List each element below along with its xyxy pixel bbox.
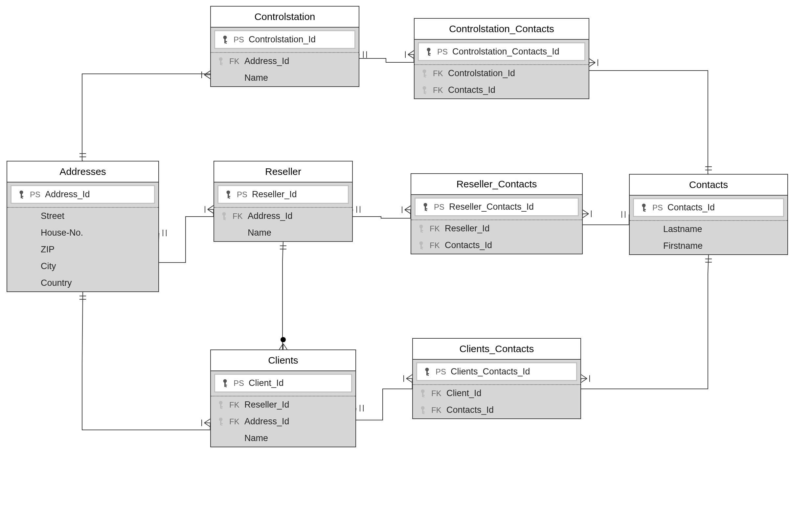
relationship-line [588,63,708,174]
entity-row: PSReseller_Contacts_Id [415,198,579,216]
key-tag: PS [234,379,245,388]
entity-clients[interactable]: ClientsPSClient_IdFKReseller_IdFKAddress… [210,349,356,447]
entity-row: FKAddress_Id [211,413,355,430]
svg-rect-126 [423,395,425,396]
entity-reseller[interactable]: ResellerPSReseller_IdFKAddress_IdName [214,161,353,242]
entity-row: FKAddress_Id [211,53,359,70]
foreign-key-icon [420,86,429,95]
entity-row: PSControlstation_Contacts_Id [418,42,585,61]
key-tag: FK [229,400,240,410]
svg-rect-62 [226,41,227,42]
entity-row: FKReseller_Id [211,396,355,413]
svg-rect-105 [643,207,645,211]
column-name: Controlstation_Contacts_Id [452,47,579,57]
entity-title: Clients_Contacts [413,339,580,360]
svg-point-108 [223,379,227,383]
svg-rect-75 [425,77,426,78]
svg-rect-74 [425,75,426,76]
entity-reseller_contacts[interactable]: Reseller_ContactsPSReseller_Contacts_IdF… [411,173,583,254]
entity-row: FKAddress_Id [214,208,352,224]
column-name: Firstname [663,241,782,251]
column-name: Controlstation_Id [249,35,349,45]
column-name: Address_Id [45,189,149,200]
entity-row: Name [214,224,352,241]
svg-rect-67 [221,64,222,65]
svg-line-10 [408,54,414,58]
svg-rect-114 [221,406,223,407]
svg-line-56 [581,379,587,383]
svg-rect-110 [226,385,227,386]
relationship-line [282,242,283,349]
svg-rect-127 [423,396,424,397]
svg-rect-81 [21,194,22,198]
entity-row: PSClient_Id [214,374,352,392]
foreign-key-icon [216,417,225,426]
column-name: Reseller_Id [445,223,577,234]
primary-key-icon [221,379,230,388]
relationship-line [581,214,629,225]
svg-rect-130 [423,412,425,413]
svg-point-88 [222,212,226,216]
relationship-line [82,292,210,430]
svg-line-28 [405,210,411,214]
foreign-key-icon [216,57,225,66]
svg-point-112 [219,401,223,404]
svg-rect-129 [422,409,423,414]
primary-key-icon [224,190,233,199]
svg-rect-118 [221,423,223,424]
entity-row: Country [7,275,158,291]
svg-rect-95 [426,210,427,211]
svg-rect-106 [645,209,646,210]
svg-rect-117 [220,421,221,425]
svg-line-46 [204,423,210,427]
foreign-key-icon [417,241,426,250]
svg-rect-125 [422,392,423,397]
entity-title: Reseller [214,162,352,182]
key-tag: FK [233,212,244,221]
entity-row: Firstname [630,238,787,254]
column-name: Reseller_Id [252,189,343,200]
svg-rect-94 [426,208,427,209]
entity-clients_contacts[interactable]: Clients_ContactsPSClients_Contacts_IdFKC… [412,338,581,419]
svg-line-39 [279,344,283,349]
entity-title: Addresses [7,162,158,182]
entity-controlstation_contacts[interactable]: Controlstation_ContactsPSControlstation_… [414,18,589,99]
svg-point-104 [642,204,646,207]
svg-line-32 [583,214,589,218]
entity-row: FKReseller_Id [411,220,582,237]
primary-key-icon [221,35,230,44]
svg-rect-71 [429,55,430,56]
column-name: Country [41,278,153,288]
entity-row: PSContacts_Id [633,198,784,217]
column-name: City [41,261,153,271]
svg-line-55 [581,375,587,379]
svg-line-14 [589,63,595,67]
foreign-key-icon [418,406,427,415]
svg-rect-77 [424,89,425,94]
primary-key-icon [17,190,26,199]
column-name: Contacts_Id [445,240,577,250]
key-tag: FK [229,57,240,66]
column-name: Reseller_Contacts_Id [449,202,573,212]
svg-point-120 [425,368,429,371]
column-name: Name [248,228,347,238]
svg-rect-73 [424,73,425,77]
column-name: Address_Id [244,416,350,427]
key-tag: FK [433,86,444,95]
svg-rect-113 [220,404,221,409]
svg-line-45 [204,419,210,423]
entity-row: Name [211,70,359,86]
svg-rect-122 [428,373,429,374]
column-name: House-No. [41,228,153,238]
entity-addresses[interactable]: AddressesPSAddress_IdStreetHouse-No.ZIPC… [7,161,159,292]
entity-contacts[interactable]: ContactsPSContacts_IdLastnameFirstname [629,174,788,255]
key-tag: FK [229,417,240,426]
svg-rect-99 [422,232,423,233]
relationship-line [351,209,411,218]
column-name: ZIP [41,245,153,255]
svg-point-84 [227,190,230,194]
column-name: Name [244,73,353,83]
svg-point-72 [423,69,426,73]
entity-controlstation[interactable]: ControlstationPSControlstation_IdFKAddre… [210,6,359,87]
svg-rect-131 [423,413,424,414]
